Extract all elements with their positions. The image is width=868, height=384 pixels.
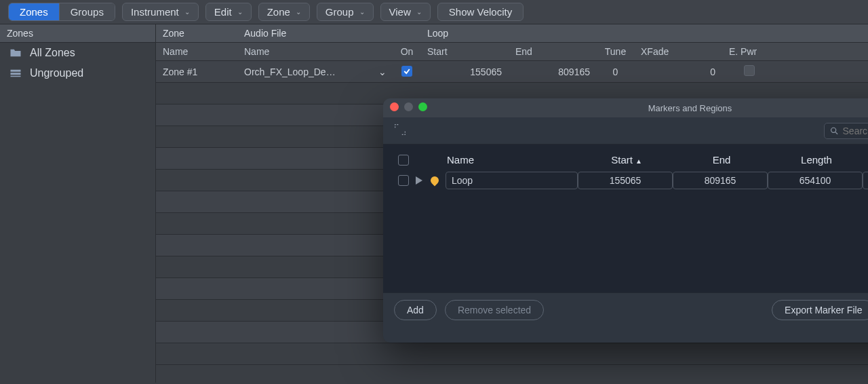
window-controls — [390, 102, 427, 111]
sort-asc-icon: ▲ — [635, 157, 642, 165]
col-zone-name[interactable]: Name — [156, 43, 237, 60]
sidebar-item-label: All Zones — [30, 47, 75, 59]
sidebar-item-ungrouped[interactable]: Ungrouped — [0, 63, 155, 83]
sub-header-row: Name Name On Start End Tune XFade E. Pwr — [156, 43, 868, 61]
chevron-down-icon: ⌄ — [359, 8, 365, 16]
dialog-body: Name Start▲ End Length Comment Loop 1550… — [383, 145, 868, 292]
select-all-checkbox[interactable] — [398, 155, 416, 166]
dialog-titlebar[interactable]: Markers and Regions — [383, 98, 868, 117]
stack-icon — [9, 69, 22, 78]
dialog-toolbar: ? — [383, 117, 868, 145]
cell-audio-file[interactable]: Orch_FX_Loop_De… ⌄ — [237, 63, 393, 81]
chevron-down-icon: ⌄ — [296, 8, 301, 16]
col-epwr[interactable]: E. Pwr — [722, 43, 776, 60]
remove-selected-button[interactable]: Remove selected — [445, 300, 544, 320]
table-row[interactable]: Zone #1 Orch_FX_Loop_De… ⌄ 155065 809165… — [156, 61, 868, 83]
svg-rect-1 — [11, 73, 21, 75]
sidebar-item-all-zones[interactable]: All Zones — [0, 43, 155, 63]
col-marker-end[interactable]: End — [674, 154, 769, 166]
cell-tune[interactable]: 0 — [597, 63, 634, 81]
marker-end-field[interactable]: 809165 — [673, 172, 768, 189]
marker-comment-field[interactable] — [863, 172, 868, 189]
col-end[interactable]: End — [509, 43, 597, 60]
col-marker-name[interactable]: Name — [416, 154, 579, 166]
play-button[interactable] — [416, 176, 431, 185]
cell-epwr[interactable] — [722, 62, 776, 81]
search-input-wrap[interactable] — [824, 123, 868, 139]
folder-icon — [9, 48, 22, 58]
svg-point-3 — [831, 128, 835, 132]
svg-rect-0 — [11, 70, 21, 72]
search-icon — [830, 126, 839, 136]
sidebar: Zones All Zones Ungrouped — [0, 24, 156, 383]
col-start[interactable]: Start — [420, 43, 509, 60]
search-input[interactable] — [843, 126, 868, 136]
show-velocity-button[interactable]: Show Velocity — [437, 3, 524, 21]
group-header-row: Zone Audio File Loop — [156, 24, 868, 43]
group-header-audio: Audio File — [237, 24, 393, 42]
marker-length-field[interactable]: 654100 — [768, 172, 863, 189]
dialog-title: Markers and Regions — [648, 103, 732, 113]
top-toolbar: Zones Groups Instrument⌄ Edit⌄ Zone⌄ Gro… — [0, 0, 868, 24]
cell-loop-end[interactable]: 809165 — [509, 63, 597, 81]
sidebar-item-label: Ungrouped — [30, 67, 83, 79]
markers-header-row: Name Start▲ End Length Comment — [393, 150, 868, 170]
main-panel: Zone Audio File Loop Name Name On Start … — [156, 24, 868, 383]
group-header-loop: Loop — [420, 24, 868, 42]
region-bounds-icon[interactable] — [393, 122, 408, 139]
svg-line-4 — [835, 132, 837, 134]
col-marker-comment[interactable]: Comment — [864, 154, 868, 166]
menu-group[interactable]: Group⌄ — [317, 3, 374, 21]
marker-type-icon — [431, 176, 446, 185]
sidebar-title: Zones — [0, 24, 155, 43]
tab-segment: Zones Groups — [8, 3, 115, 21]
tab-groups[interactable]: Groups — [59, 3, 115, 20]
menu-instrument[interactable]: Instrument⌄ — [122, 3, 199, 21]
cell-xfade[interactable]: 0 — [634, 63, 722, 81]
col-marker-length[interactable]: Length — [769, 154, 864, 166]
marker-name-field[interactable]: Loop — [446, 172, 578, 189]
chevron-down-icon: ⌄ — [184, 8, 190, 16]
cell-zone-name[interactable]: Zone #1 — [156, 63, 237, 81]
checkbox-unchecked-icon — [744, 65, 755, 76]
chevron-down-icon: ⌄ — [237, 8, 243, 16]
group-header-zone: Zone — [156, 24, 237, 42]
play-icon — [416, 176, 422, 185]
tab-zones[interactable]: Zones — [9, 3, 59, 20]
chevron-down-icon: ⌄ — [416, 8, 422, 16]
table-row — [156, 343, 868, 365]
dialog-footer: Add Remove selected Export Marker File I… — [383, 292, 868, 326]
col-marker-start[interactable]: Start▲ — [579, 154, 674, 166]
col-tune[interactable]: Tune — [597, 43, 634, 60]
chevron-down-icon: ⌄ — [378, 66, 387, 77]
col-xfade[interactable]: XFade — [634, 43, 722, 60]
col-audio-name[interactable]: Name — [237, 43, 393, 60]
cell-loop-start[interactable]: 155065 — [420, 63, 509, 81]
zoom-icon[interactable] — [418, 102, 427, 111]
export-marker-file-button[interactable]: Export Marker File — [772, 300, 868, 320]
minimize-icon[interactable] — [404, 102, 413, 111]
marker-start-field[interactable]: 155065 — [578, 172, 673, 189]
marker-row[interactable]: Loop 155065 809165 654100 — [393, 170, 868, 191]
markers-regions-dialog: Markers and Regions ? Name — [383, 98, 868, 343]
cell-loop-on[interactable] — [393, 62, 420, 81]
row-checkbox[interactable] — [398, 175, 416, 186]
menu-edit[interactable]: Edit⌄ — [205, 3, 252, 21]
add-button[interactable]: Add — [394, 300, 437, 320]
svg-rect-2 — [11, 76, 21, 77]
pin-icon — [429, 175, 441, 187]
close-icon[interactable] — [390, 102, 399, 111]
menu-view[interactable]: View⌄ — [380, 3, 431, 21]
menu-zone[interactable]: Zone⌄ — [258, 3, 310, 21]
col-on[interactable]: On — [393, 43, 420, 60]
checkbox-checked-icon — [401, 66, 412, 77]
